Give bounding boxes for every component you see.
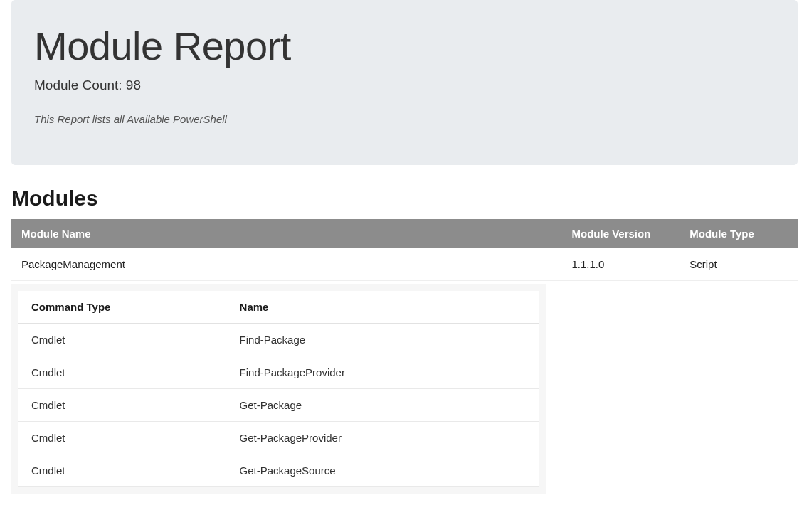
modules-heading: Modules (11, 186, 798, 211)
module-name-cell: PackageManagement (11, 248, 562, 281)
module-version-cell: 1.1.1.0 (562, 248, 680, 281)
command-row: CmdletGet-PackageSource (18, 454, 539, 487)
module-row: PackageManagement 1.1.1.0 Script (11, 248, 798, 281)
command-row: CmdletGet-Package (18, 389, 539, 422)
command-row: CmdletFind-Package (18, 324, 539, 356)
report-description: This Report lists all Available PowerShe… (34, 113, 775, 125)
module-type-cell: Script (680, 248, 798, 281)
page-title: Module Report (34, 23, 775, 69)
command-name-cell: Find-PackageProvider (227, 356, 539, 389)
module-count: Module Count: 98 (34, 78, 775, 93)
commands-panel: Command Type Name CmdletFind-PackageCmdl… (11, 284, 546, 494)
col-module-name: Module Name (11, 219, 562, 248)
commands-header-row: Command Type Name (18, 291, 539, 324)
col-command-name: Name (227, 291, 539, 324)
col-module-type: Module Type (680, 219, 798, 248)
modules-table: Module Name Module Version Module Type P… (11, 219, 798, 281)
command-name-cell: Get-PackageSource (227, 454, 539, 487)
command-type-cell: Cmdlet (18, 356, 227, 389)
command-name-cell: Find-Package (227, 324, 539, 356)
report-header: Module Report Module Count: 98 This Repo… (11, 0, 798, 165)
command-type-cell: Cmdlet (18, 422, 227, 454)
command-row: CmdletGet-PackageProvider (18, 422, 539, 454)
command-type-cell: Cmdlet (18, 389, 227, 422)
command-row: CmdletFind-PackageProvider (18, 356, 539, 389)
command-type-cell: Cmdlet (18, 454, 227, 487)
modules-header-row: Module Name Module Version Module Type (11, 219, 798, 248)
col-module-version: Module Version (562, 219, 680, 248)
command-name-cell: Get-Package (227, 389, 539, 422)
command-name-cell: Get-PackageProvider (227, 422, 539, 454)
commands-table: Command Type Name CmdletFind-PackageCmdl… (18, 291, 539, 487)
col-command-type: Command Type (18, 291, 227, 324)
command-type-cell: Cmdlet (18, 324, 227, 356)
